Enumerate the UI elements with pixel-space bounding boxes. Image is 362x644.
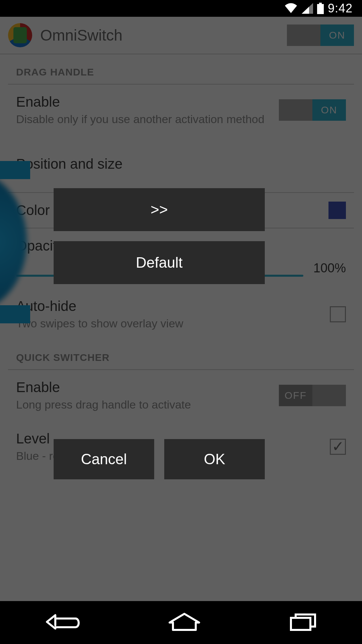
default-button-label: Default [136,254,182,271]
status-bar: 9:42 [0,0,362,17]
wifi-icon [284,3,298,14]
svg-rect-0 [319,3,322,4]
cancel-button-label: Cancel [81,451,127,468]
cell-signal-icon [302,3,313,14]
home-icon[interactable] [168,612,201,633]
ok-button[interactable]: OK [164,439,265,479]
cancel-button[interactable]: Cancel [54,439,154,479]
navigation-bar [0,601,362,644]
ok-button-label: OK [204,451,225,468]
battery-icon [317,3,324,14]
recents-icon[interactable] [288,612,318,633]
svg-rect-2 [291,618,310,630]
dialog-preview-text: >> [150,201,168,218]
back-icon[interactable] [44,612,80,633]
color-dialog: >> Default Cancel OK [54,188,265,479]
status-time: 9:42 [328,1,353,15]
svg-rect-1 [317,4,324,14]
dialog-preview-box[interactable]: >> [54,188,265,231]
default-button[interactable]: Default [54,241,265,284]
